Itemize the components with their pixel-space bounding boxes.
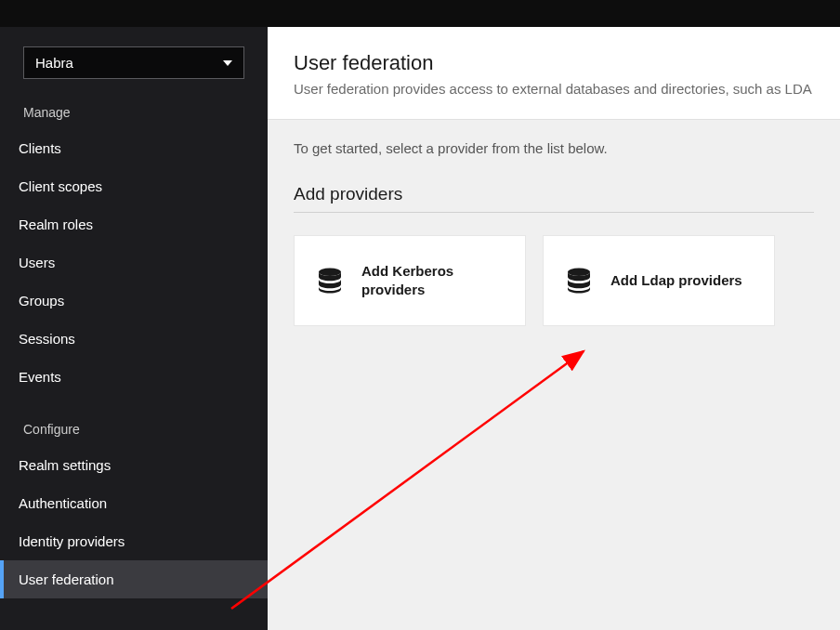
add-providers-title: Add providers bbox=[294, 184, 814, 213]
provider-cards: Add Kerberos providers Add Ldap provider… bbox=[294, 235, 814, 326]
sidebar: Habra Manage Clients Client scopes Realm… bbox=[0, 27, 268, 630]
sidebar-item-realm-settings[interactable]: Realm settings bbox=[0, 446, 268, 484]
add-ldap-provider-card[interactable]: Add Ldap providers bbox=[543, 235, 775, 326]
svg-point-1 bbox=[568, 268, 590, 276]
sidebar-item-client-scopes[interactable]: Client scopes bbox=[0, 167, 268, 205]
page-title: User federation bbox=[294, 51, 814, 75]
sidebar-item-sessions[interactable]: Sessions bbox=[0, 320, 268, 358]
page-description: User federation provides access to exter… bbox=[294, 81, 814, 97]
realm-selector[interactable]: Habra bbox=[23, 46, 244, 79]
sidebar-item-realm-roles[interactable]: Realm roles bbox=[0, 205, 268, 243]
topbar bbox=[0, 0, 840, 27]
provider-card-label: Add Kerberos providers bbox=[361, 262, 505, 300]
database-icon bbox=[315, 266, 345, 295]
provider-card-label: Add Ldap providers bbox=[610, 271, 742, 290]
main-content: User federation User federation provides… bbox=[268, 27, 840, 630]
sidebar-item-authentication[interactable]: Authentication bbox=[0, 484, 268, 522]
database-icon bbox=[564, 266, 594, 295]
add-kerberos-provider-card[interactable]: Add Kerberos providers bbox=[294, 235, 526, 326]
sidebar-item-groups[interactable]: Groups bbox=[0, 282, 268, 320]
sidebar-item-user-federation[interactable]: User federation bbox=[0, 560, 268, 598]
sidebar-item-clients[interactable]: Clients bbox=[0, 129, 268, 167]
realm-selector-value: Habra bbox=[35, 55, 73, 71]
sidebar-item-identity-providers[interactable]: Identity providers bbox=[0, 522, 268, 560]
sidebar-item-users[interactable]: Users bbox=[0, 243, 268, 282]
instruction-text: To get started, select a provider from t… bbox=[294, 140, 814, 156]
sidebar-item-events[interactable]: Events bbox=[0, 358, 268, 396]
sidebar-section-manage: Manage bbox=[0, 79, 268, 129]
caret-down-icon bbox=[223, 60, 232, 66]
sidebar-section-configure: Configure bbox=[0, 396, 268, 446]
svg-point-0 bbox=[319, 268, 341, 276]
page-header: User federation User federation provides… bbox=[268, 27, 840, 120]
